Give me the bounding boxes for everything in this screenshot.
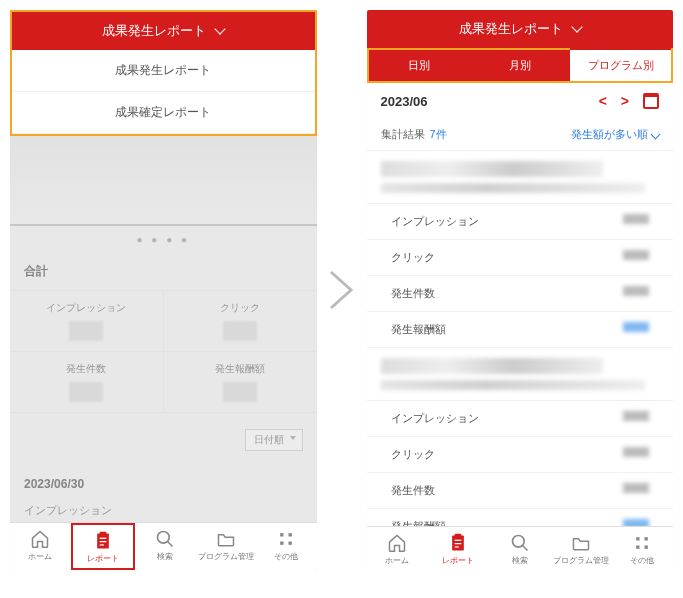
report-type-dropdown: 成果発生レポート 成果確定レポート	[10, 50, 317, 136]
prev-button[interactable]: <	[599, 93, 607, 109]
chevron-down-icon	[571, 21, 582, 32]
header-title: 成果発生レポート	[102, 23, 206, 38]
period-tabs: 日別 月別 プログラム別	[367, 48, 674, 83]
phone-right: 成果発生レポート 日別 月別 プログラム別 2023/06 < > 集計結果 7…	[367, 10, 674, 570]
metric-row: 発生報酬額	[367, 312, 674, 348]
svg-rect-19	[645, 537, 648, 540]
bottom-nav: ホーム レポート 検索 プログラム管理 その他	[10, 522, 317, 570]
summary-label: 集計結果	[381, 128, 425, 140]
svg-rect-3	[99, 541, 106, 542]
nav-home[interactable]: ホーム	[10, 523, 71, 570]
program-item[interactable]	[367, 151, 674, 204]
program-item[interactable]	[367, 348, 674, 401]
total-label: 合計	[10, 253, 317, 290]
tab-monthly[interactable]: 月別	[469, 50, 570, 81]
pagination-dots[interactable]: ● ● ● ●	[10, 226, 317, 253]
svg-rect-18	[636, 537, 639, 540]
metric-row: 発生件数	[367, 473, 674, 509]
tab-program[interactable]: プログラム別	[570, 48, 671, 81]
metric-row: 発生報酬額	[367, 509, 674, 526]
svg-rect-2	[99, 538, 106, 539]
metric-cell: インプレッション	[10, 291, 163, 351]
header-dropdown[interactable]: 成果発生レポート	[10, 10, 317, 50]
next-button[interactable]: >	[621, 93, 629, 109]
metric-cell: 発生報酬額	[164, 352, 317, 412]
svg-rect-8	[289, 533, 292, 536]
svg-rect-10	[289, 542, 292, 545]
metric-row-label: インプレッション	[10, 495, 317, 522]
svg-rect-9	[280, 542, 283, 545]
svg-rect-12	[455, 534, 462, 537]
nav-search[interactable]: 検索	[135, 523, 196, 570]
tab-daily[interactable]: 日別	[369, 50, 470, 81]
metric-row: 発生件数	[367, 276, 674, 312]
metrics-grid: インプレッション クリック 発生件数 発生報酬額	[10, 290, 317, 413]
svg-rect-1	[99, 532, 106, 535]
svg-point-5	[158, 532, 170, 544]
current-period: 2023/06	[381, 94, 428, 109]
svg-rect-13	[455, 540, 462, 541]
calendar-icon[interactable]	[643, 93, 659, 109]
nav-program[interactable]: プログラム管理	[196, 523, 257, 570]
bottom-nav: ホーム レポート 検索 プログラム管理 その他	[367, 526, 674, 570]
summary-count: 7件	[430, 128, 447, 140]
chevron-down-icon	[214, 23, 225, 34]
content-area: 2023/06 < > 集計結果 7件 発生額が多い順 インプレッション クリッ…	[367, 83, 674, 526]
nav-other[interactable]: その他	[612, 527, 673, 570]
chart-placeholder	[10, 136, 317, 226]
nav-report[interactable]: レポート	[71, 523, 136, 570]
svg-point-16	[512, 536, 524, 548]
nav-home[interactable]: ホーム	[367, 527, 428, 570]
nav-program[interactable]: プログラム管理	[550, 527, 611, 570]
phone-left: 成果発生レポート 成果発生レポート 成果確定レポート ● ● ● ● 合計 イン…	[10, 10, 317, 570]
metric-row: クリック	[367, 437, 674, 473]
nav-report[interactable]: レポート	[428, 527, 489, 570]
summary-row: 集計結果 7件 発生額が多い順	[367, 119, 674, 151]
nav-search[interactable]: 検索	[489, 527, 550, 570]
svg-rect-14	[455, 543, 462, 544]
metric-row: インプレッション	[367, 401, 674, 437]
header-title: 成果発生レポート	[459, 21, 563, 36]
svg-line-17	[522, 546, 527, 551]
svg-rect-21	[645, 546, 648, 549]
dropdown-item[interactable]: 成果確定レポート	[12, 92, 315, 134]
svg-line-6	[168, 542, 173, 547]
metric-cell: 発生件数	[10, 352, 163, 412]
dropdown-item[interactable]: 成果発生レポート	[12, 50, 315, 92]
metric-row: インプレッション	[367, 204, 674, 240]
svg-rect-4	[99, 544, 103, 545]
sort-select[interactable]: 日付順	[245, 429, 303, 451]
metric-row: クリック	[367, 240, 674, 276]
date-label: 2023/06/30	[10, 467, 317, 495]
svg-rect-15	[455, 546, 459, 547]
date-navigator: 2023/06 < >	[367, 83, 674, 119]
arrow-separator	[329, 270, 355, 310]
content-area: ● ● ● ● 合計 インプレッション クリック 発生件数 発生報酬額 日付順 …	[10, 136, 317, 522]
metric-cell: クリック	[164, 291, 317, 351]
svg-rect-20	[636, 546, 639, 549]
sort-select[interactable]: 発生額が多い順	[571, 127, 659, 142]
svg-rect-7	[280, 533, 283, 536]
header-dropdown[interactable]: 成果発生レポート	[367, 10, 674, 48]
nav-other[interactable]: その他	[256, 523, 317, 570]
